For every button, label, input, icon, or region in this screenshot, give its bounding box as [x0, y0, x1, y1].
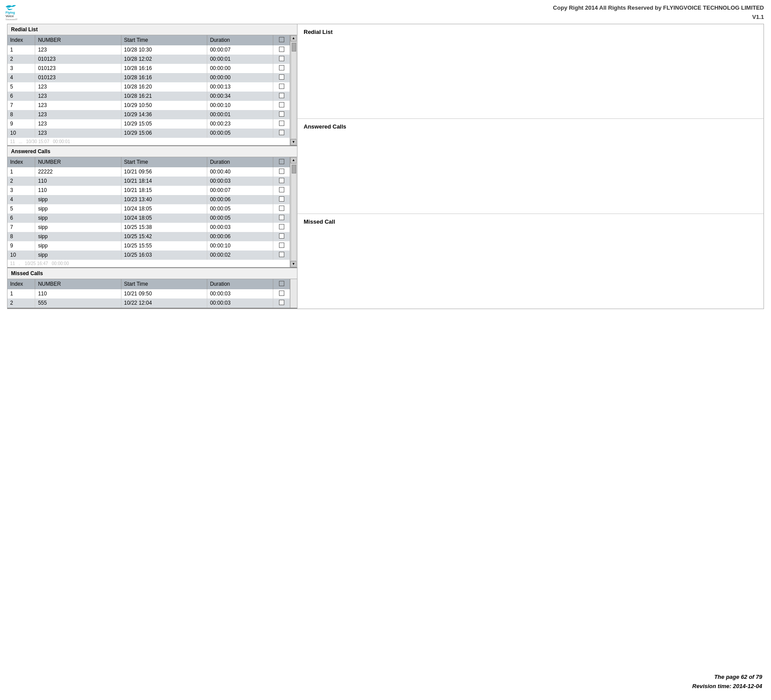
- cell-checkbox[interactable]: [273, 119, 290, 129]
- row-checkbox[interactable]: [279, 178, 284, 183]
- missed-calls-section: Missed Calls Index NUMBER Start Time Dur…: [7, 268, 297, 309]
- cell-checkbox[interactable]: [273, 251, 290, 260]
- cell-checkbox[interactable]: [273, 129, 290, 138]
- answered-scroll-thumb[interactable]: [292, 165, 296, 173]
- row-checkbox[interactable]: [279, 252, 284, 257]
- cell-checkbox[interactable]: [273, 110, 290, 119]
- table-row: 401012310/28 16:1600:00:00: [7, 73, 290, 82]
- row-checkbox[interactable]: [279, 93, 284, 98]
- missed-calls-table: Index NUMBER Start Time Duration 111010/…: [7, 279, 290, 308]
- row-checkbox[interactable]: [279, 130, 284, 135]
- row-checkbox[interactable]: [279, 102, 284, 107]
- answered-header-checkbox[interactable]: [279, 159, 284, 164]
- row-checkbox[interactable]: [279, 84, 284, 89]
- row-checkbox[interactable]: [279, 169, 284, 174]
- cell-number: 010123: [35, 73, 121, 82]
- cell-number: 555: [35, 298, 121, 308]
- cell-duration: 00:00:34: [207, 92, 273, 101]
- redial-list-table-area: Index NUMBER Start Time Duration 112310/…: [7, 35, 290, 145]
- answered-calls-table-container: Index NUMBER Start Time Duration 1222221…: [7, 157, 297, 267]
- cell-checkbox[interactable]: [273, 101, 290, 110]
- cell-checkbox[interactable]: [273, 82, 290, 92]
- cell-number: sipp: [35, 251, 121, 260]
- missed-calls-table-area: Index NUMBER Start Time Duration 111010/…: [7, 279, 290, 308]
- redial-scrollbar[interactable]: ▲ ▼: [290, 35, 297, 145]
- cell-number: 123: [35, 119, 121, 129]
- row-checkbox[interactable]: [279, 196, 284, 202]
- redial-scroll-thumb[interactable]: [292, 43, 296, 52]
- answered-scrollbar[interactable]: ▲ ▼: [290, 157, 297, 267]
- cell-checkbox[interactable]: [273, 186, 290, 195]
- cell-checkbox[interactable]: [273, 92, 290, 101]
- cell-checkbox[interactable]: [273, 289, 290, 298]
- cell-checkbox[interactable]: [273, 177, 290, 186]
- redial-header-checkbox[interactable]: [279, 37, 284, 42]
- cell-checkbox[interactable]: [273, 195, 290, 204]
- cell-checkbox[interactable]: [273, 55, 290, 64]
- row-checkbox[interactable]: [279, 243, 284, 248]
- row-checkbox[interactable]: [279, 206, 284, 211]
- missed-col-number: NUMBER: [35, 279, 121, 289]
- cell-index: 9: [7, 241, 35, 251]
- answered-calls-title: Answered Calls: [7, 146, 297, 157]
- cell-number: 123: [35, 101, 121, 110]
- row-checkbox[interactable]: [279, 233, 284, 239]
- row-checkbox[interactable]: [279, 74, 284, 80]
- cell-duration: 00:00:00: [207, 64, 273, 73]
- row-checkbox[interactable]: [279, 65, 284, 70]
- cell-checkbox[interactable]: [273, 64, 290, 73]
- cell-checkbox[interactable]: [273, 73, 290, 82]
- cell-duration: 00:00:03: [207, 289, 273, 298]
- cell-checkbox[interactable]: [273, 214, 290, 223]
- cell-start-time: 10/21 09:56: [121, 167, 207, 177]
- cell-start-time: 10/25 15:55: [121, 241, 207, 251]
- missed-header-checkbox[interactable]: [279, 281, 284, 286]
- cell-duration: 00:00:03: [207, 298, 273, 308]
- cell-duration: 00:00:00: [207, 73, 273, 82]
- svg-text:VoiceoverIP: VoiceoverIP: [6, 18, 18, 21]
- cell-checkbox[interactable]: [273, 223, 290, 232]
- cell-checkbox[interactable]: [273, 204, 290, 214]
- cell-index: 2: [7, 298, 35, 308]
- row-checkbox[interactable]: [279, 300, 284, 305]
- cell-index: 1: [7, 289, 35, 298]
- cell-checkbox[interactable]: [273, 167, 290, 177]
- row-checkbox[interactable]: [279, 187, 284, 192]
- row-checkbox[interactable]: [279, 224, 284, 229]
- row-checkbox[interactable]: [279, 121, 284, 126]
- cell-checkbox[interactable]: [273, 232, 290, 241]
- cell-duration: 00:00:07: [207, 45, 273, 55]
- redial-list-section: Redial List Index NUMBER Start Time Dura…: [7, 24, 297, 146]
- table-row: 112310/28 10:3000:00:07: [7, 45, 290, 55]
- cell-duration: 00:00:02: [207, 251, 273, 260]
- answered-right-label-area: Answered Calls: [297, 119, 764, 214]
- table-row-partial: 11 ... 10/30 15:07 00:00:01: [7, 138, 290, 145]
- redial-scroll-up[interactable]: ▲: [290, 35, 297, 41]
- missed-header-row: Index NUMBER Start Time Duration: [7, 279, 290, 289]
- cell-duration: 00:00:03: [207, 177, 273, 186]
- row-checkbox[interactable]: [279, 111, 284, 117]
- cell-start-time: 10/29 10:50: [121, 101, 207, 110]
- redial-scroll-down[interactable]: ▼: [290, 139, 297, 145]
- cell-duration: 00:00:23: [207, 119, 273, 129]
- redial-col-index: Index: [7, 35, 35, 45]
- cell-index: 1: [7, 167, 35, 177]
- cell-start-time: 10/25 16:03: [121, 251, 207, 260]
- row-checkbox[interactable]: [279, 291, 284, 296]
- answered-scroll-down[interactable]: ▼: [290, 261, 297, 267]
- cell-number: 22222: [35, 167, 121, 177]
- cell-checkbox[interactable]: [273, 298, 290, 308]
- answered-scroll-up[interactable]: ▲: [290, 157, 297, 163]
- answered-scroll-track[interactable]: [291, 163, 297, 261]
- cell-number: sipp: [35, 241, 121, 251]
- missed-calls-table-container: Index NUMBER Start Time Duration 111010/…: [7, 279, 297, 308]
- cell-checkbox[interactable]: [273, 45, 290, 55]
- row-checkbox[interactable]: [279, 47, 284, 52]
- left-panel: Redial List Index NUMBER Start Time Dura…: [7, 24, 297, 309]
- cell-checkbox[interactable]: [273, 241, 290, 251]
- row-checkbox[interactable]: [279, 215, 284, 220]
- row-checkbox[interactable]: [279, 56, 284, 61]
- company-logo: Flying Voice VoiceoverIP: [4, 4, 30, 21]
- redial-scroll-track[interactable]: [291, 41, 297, 139]
- redial-col-start-time: Start Time: [121, 35, 207, 45]
